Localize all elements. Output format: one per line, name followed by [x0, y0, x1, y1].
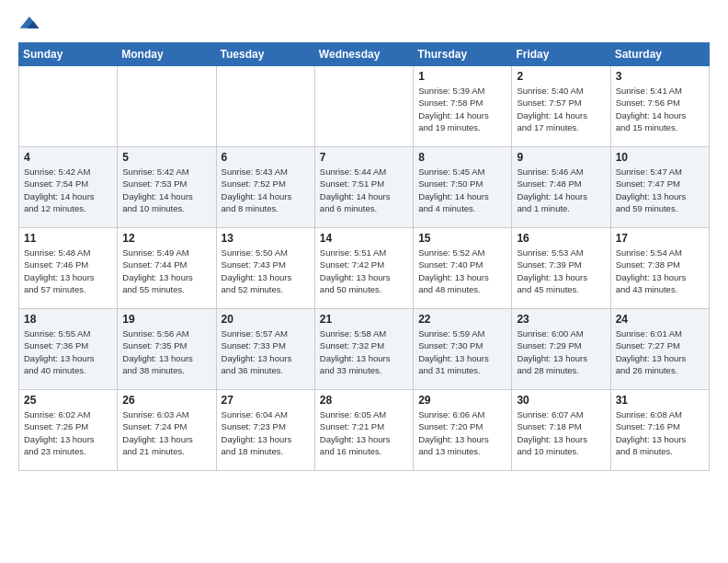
calendar-cell: 16Sunrise: 5:53 AM Sunset: 7:39 PM Dayli… — [512, 228, 610, 309]
cell-info: Sunrise: 6:06 AM Sunset: 7:20 PM Dayligh… — [418, 408, 506, 457]
calendar-cell — [314, 66, 413, 147]
cell-info: Sunrise: 5:39 AM Sunset: 7:58 PM Dayligh… — [418, 85, 506, 133]
cell-info: Sunrise: 6:03 AM Sunset: 7:24 PM Dayligh… — [122, 408, 210, 457]
cell-info: Sunrise: 5:53 AM Sunset: 7:39 PM Dayligh… — [517, 247, 605, 295]
cell-info: Sunrise: 5:42 AM Sunset: 7:53 PM Dayligh… — [122, 166, 210, 214]
calendar-cell: 2Sunrise: 5:40 AM Sunset: 7:57 PM Daylig… — [512, 66, 610, 147]
cell-info: Sunrise: 5:54 AM Sunset: 7:38 PM Dayligh… — [616, 247, 704, 295]
day-number: 16 — [517, 232, 605, 245]
weekday-header: Tuesday — [216, 43, 314, 66]
weekday-header: Friday — [512, 43, 610, 66]
day-number: 31 — [616, 394, 704, 407]
calendar-cell: 15Sunrise: 5:52 AM Sunset: 7:40 PM Dayli… — [414, 228, 512, 309]
calendar-cell: 29Sunrise: 6:06 AM Sunset: 7:20 PM Dayli… — [414, 390, 512, 471]
cell-info: Sunrise: 6:05 AM Sunset: 7:21 PM Dayligh… — [320, 408, 408, 457]
weekday-header: Saturday — [610, 43, 709, 66]
day-number: 19 — [122, 313, 210, 326]
day-number: 18 — [24, 313, 112, 326]
day-number: 30 — [517, 394, 605, 407]
day-number: 9 — [517, 151, 605, 164]
cell-info: Sunrise: 5:48 AM Sunset: 7:46 PM Dayligh… — [24, 247, 112, 295]
day-number: 6 — [222, 151, 310, 164]
calendar-cell: 26Sunrise: 6:03 AM Sunset: 7:24 PM Dayli… — [118, 390, 216, 471]
day-number: 23 — [517, 313, 605, 326]
cell-info: Sunrise: 5:43 AM Sunset: 7:52 PM Dayligh… — [222, 166, 310, 214]
day-number: 21 — [320, 313, 408, 326]
calendar-cell: 9Sunrise: 5:46 AM Sunset: 7:48 PM Daylig… — [512, 147, 610, 228]
calendar-cell: 30Sunrise: 6:07 AM Sunset: 7:18 PM Dayli… — [512, 390, 610, 471]
cell-info: Sunrise: 5:49 AM Sunset: 7:44 PM Dayligh… — [122, 247, 210, 295]
cell-info: Sunrise: 5:46 AM Sunset: 7:48 PM Dayligh… — [517, 166, 605, 214]
calendar-cell: 25Sunrise: 6:02 AM Sunset: 7:26 PM Dayli… — [19, 390, 118, 471]
day-number: 10 — [616, 151, 704, 164]
cell-info: Sunrise: 6:01 AM Sunset: 7:27 PM Dayligh… — [616, 327, 704, 376]
day-number: 28 — [320, 394, 408, 407]
calendar-cell: 7Sunrise: 5:44 AM Sunset: 7:51 PM Daylig… — [314, 147, 413, 228]
weekday-header: Sunday — [19, 43, 118, 66]
calendar-cell: 31Sunrise: 6:08 AM Sunset: 7:16 PM Dayli… — [610, 390, 709, 471]
weekday-header: Monday — [118, 43, 216, 66]
cell-info: Sunrise: 5:44 AM Sunset: 7:51 PM Dayligh… — [320, 166, 408, 214]
logo-icon — [18, 15, 40, 33]
calendar-cell: 8Sunrise: 5:45 AM Sunset: 7:50 PM Daylig… — [414, 147, 512, 228]
cell-info: Sunrise: 5:57 AM Sunset: 7:33 PM Dayligh… — [222, 327, 310, 376]
cell-info: Sunrise: 6:08 AM Sunset: 7:16 PM Dayligh… — [616, 408, 704, 457]
day-number: 26 — [122, 394, 210, 407]
cell-info: Sunrise: 5:41 AM Sunset: 7:56 PM Dayligh… — [616, 85, 704, 133]
cell-info: Sunrise: 5:40 AM Sunset: 7:57 PM Dayligh… — [517, 85, 605, 133]
calendar-cell: 20Sunrise: 5:57 AM Sunset: 7:33 PM Dayli… — [216, 309, 314, 390]
day-number: 25 — [24, 394, 112, 407]
cell-info: Sunrise: 6:07 AM Sunset: 7:18 PM Dayligh… — [517, 408, 605, 457]
calendar-table: SundayMondayTuesdayWednesdayThursdayFrid… — [18, 42, 710, 471]
cell-info: Sunrise: 5:58 AM Sunset: 7:32 PM Dayligh… — [320, 327, 408, 376]
calendar-cell: 4Sunrise: 5:42 AM Sunset: 7:54 PM Daylig… — [19, 147, 118, 228]
day-number: 7 — [320, 151, 408, 164]
calendar-cell — [216, 66, 314, 147]
cell-info: Sunrise: 5:45 AM Sunset: 7:50 PM Dayligh… — [418, 166, 506, 214]
day-number: 2 — [517, 70, 605, 83]
cell-info: Sunrise: 5:59 AM Sunset: 7:30 PM Dayligh… — [418, 327, 506, 376]
calendar-cell: 17Sunrise: 5:54 AM Sunset: 7:38 PM Dayli… — [610, 228, 709, 309]
logo — [18, 15, 44, 33]
day-number: 4 — [24, 151, 112, 164]
calendar-cell — [118, 66, 216, 147]
cell-info: Sunrise: 5:56 AM Sunset: 7:35 PM Dayligh… — [122, 327, 210, 376]
day-number: 24 — [616, 313, 704, 326]
cell-info: Sunrise: 6:00 AM Sunset: 7:29 PM Dayligh… — [517, 327, 605, 376]
day-number: 13 — [222, 232, 310, 245]
cell-info: Sunrise: 5:42 AM Sunset: 7:54 PM Dayligh… — [24, 166, 112, 214]
calendar-cell: 6Sunrise: 5:43 AM Sunset: 7:52 PM Daylig… — [216, 147, 314, 228]
calendar-cell: 1Sunrise: 5:39 AM Sunset: 7:58 PM Daylig… — [414, 66, 512, 147]
day-number: 1 — [418, 70, 506, 83]
calendar-cell: 13Sunrise: 5:50 AM Sunset: 7:43 PM Dayli… — [216, 228, 314, 309]
cell-info: Sunrise: 6:04 AM Sunset: 7:23 PM Dayligh… — [222, 408, 310, 457]
cell-info: Sunrise: 5:52 AM Sunset: 7:40 PM Dayligh… — [418, 247, 506, 295]
calendar-cell: 14Sunrise: 5:51 AM Sunset: 7:42 PM Dayli… — [314, 228, 413, 309]
day-number: 8 — [418, 151, 506, 164]
calendar-cell: 21Sunrise: 5:58 AM Sunset: 7:32 PM Dayli… — [314, 309, 413, 390]
calendar-cell: 19Sunrise: 5:56 AM Sunset: 7:35 PM Dayli… — [118, 309, 216, 390]
cell-info: Sunrise: 5:55 AM Sunset: 7:36 PM Dayligh… — [24, 327, 112, 376]
day-number: 3 — [616, 70, 704, 83]
day-number: 15 — [418, 232, 506, 245]
cell-info: Sunrise: 5:47 AM Sunset: 7:47 PM Dayligh… — [616, 166, 704, 214]
weekday-header: Wednesday — [314, 43, 413, 66]
calendar-cell: 3Sunrise: 5:41 AM Sunset: 7:56 PM Daylig… — [610, 66, 709, 147]
day-number: 14 — [320, 232, 408, 245]
calendar-cell: 12Sunrise: 5:49 AM Sunset: 7:44 PM Dayli… — [118, 228, 216, 309]
day-number: 22 — [418, 313, 506, 326]
day-number: 29 — [418, 394, 506, 407]
calendar-cell: 11Sunrise: 5:48 AM Sunset: 7:46 PM Dayli… — [19, 228, 118, 309]
day-number: 20 — [222, 313, 310, 326]
cell-info: Sunrise: 5:51 AM Sunset: 7:42 PM Dayligh… — [320, 247, 408, 295]
cell-info: Sunrise: 6:02 AM Sunset: 7:26 PM Dayligh… — [24, 408, 112, 457]
calendar-cell: 22Sunrise: 5:59 AM Sunset: 7:30 PM Dayli… — [414, 309, 512, 390]
cell-info: Sunrise: 5:50 AM Sunset: 7:43 PM Dayligh… — [222, 247, 310, 295]
calendar-cell: 10Sunrise: 5:47 AM Sunset: 7:47 PM Dayli… — [610, 147, 709, 228]
calendar-cell: 5Sunrise: 5:42 AM Sunset: 7:53 PM Daylig… — [118, 147, 216, 228]
day-number: 17 — [616, 232, 704, 245]
weekday-header: Thursday — [414, 43, 512, 66]
day-number: 11 — [24, 232, 112, 245]
calendar-cell: 27Sunrise: 6:04 AM Sunset: 7:23 PM Dayli… — [216, 390, 314, 471]
page-header — [18, 15, 710, 33]
